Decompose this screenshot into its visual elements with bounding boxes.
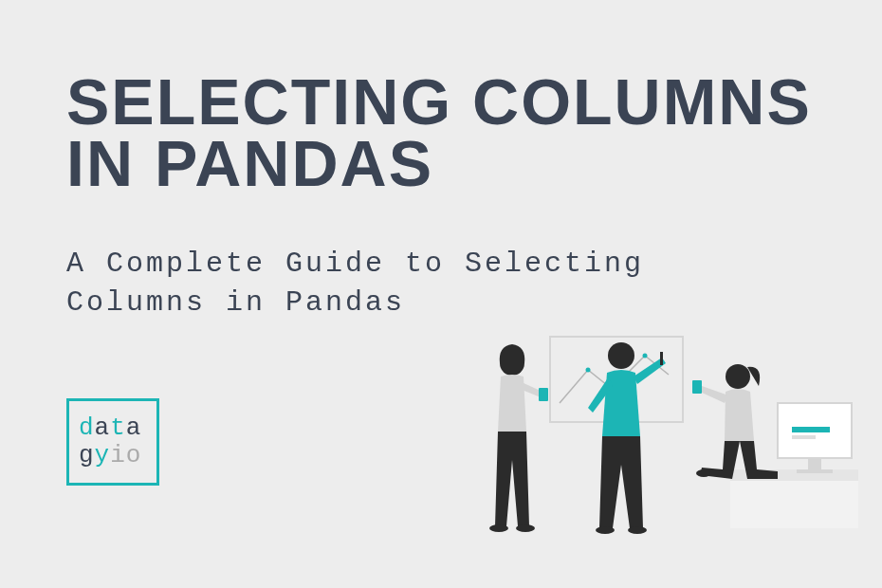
- svg-point-10: [643, 354, 648, 358]
- svg-point-15: [608, 342, 634, 369]
- svg-rect-3: [808, 458, 821, 469]
- svg-point-8: [586, 368, 591, 373]
- logo-char: i: [110, 441, 126, 469]
- svg-rect-16: [660, 352, 663, 365]
- svg-rect-20: [692, 380, 702, 394]
- svg-point-19: [726, 364, 750, 389]
- svg-point-13: [489, 524, 508, 532]
- logo-char: g: [79, 441, 95, 469]
- brand-logo: data gyio: [66, 398, 159, 486]
- svg-point-21: [696, 469, 711, 477]
- logo-char: a: [95, 413, 111, 442]
- logo-line-1: data: [79, 414, 147, 442]
- logo-char: d: [79, 413, 95, 442]
- svg-rect-5: [792, 427, 830, 432]
- logo-char: y: [95, 441, 111, 469]
- svg-rect-4: [797, 469, 833, 473]
- logo-char: o: [126, 441, 142, 469]
- svg-rect-12: [539, 388, 548, 401]
- svg-rect-6: [792, 435, 816, 439]
- people-illustration: [455, 299, 863, 536]
- logo-line-2: gyio: [79, 442, 147, 469]
- logo-char: t: [110, 413, 126, 442]
- svg-rect-1: [730, 481, 858, 528]
- page-title: SELECTING COLUMNSIN PANDAS: [66, 71, 812, 193]
- logo-char: a: [126, 413, 142, 442]
- svg-point-17: [596, 526, 615, 534]
- svg-point-14: [516, 524, 535, 532]
- svg-point-18: [628, 526, 647, 534]
